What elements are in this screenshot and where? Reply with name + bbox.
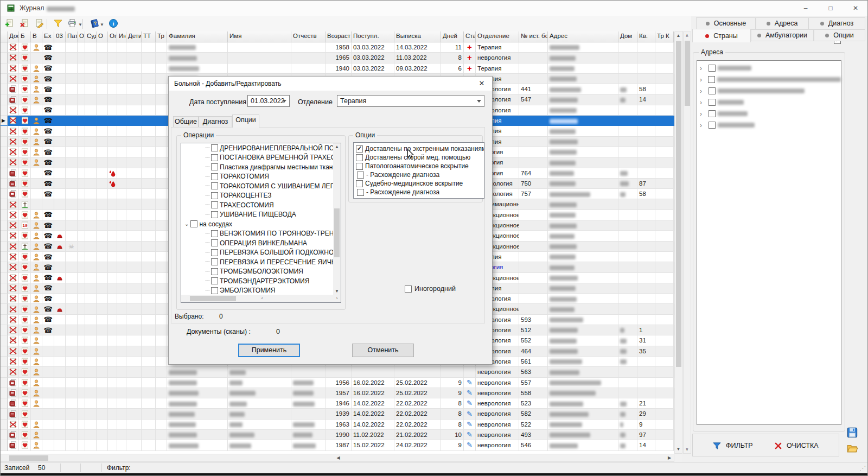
- table-row[interactable]: ☎196503.03.202211.03.20228+неврология: [0, 53, 674, 63]
- operation-checkbox[interactable]: [211, 287, 218, 294]
- country-tree-item[interactable]: ›: [697, 62, 841, 74]
- nonresident-checkbox-row[interactable]: Иногородний: [405, 285, 456, 293]
- country-tree-item[interactable]: ›: [697, 74, 841, 85]
- table-row[interactable]: 198715.02.202224.02.20229✎неврология5461…: [0, 440, 674, 450]
- operations-horizontal-scrollbar[interactable]: ‹ ›: [181, 295, 341, 302]
- country-tree-item[interactable]: ›: [697, 85, 841, 97]
- edit-record-button[interactable]: [34, 18, 46, 29]
- country-checkbox[interactable]: [709, 65, 716, 72]
- add-record-button[interactable]: [3, 18, 15, 29]
- close-button[interactable]: ✕: [843, 0, 868, 16]
- apply-button[interactable]: Применить: [238, 344, 300, 357]
- maximize-button[interactable]: □: [818, 0, 843, 16]
- column-header-ot2[interactable]: Отделение: [476, 31, 519, 42]
- column-header-o2[interactable]: О: [97, 31, 108, 42]
- option-row[interactable]: - Расхождение диагноза: [354, 170, 484, 179]
- operation-tree-item[interactable]: ТРОМБЭМБОЛОЭКТОМИЯ: [181, 267, 341, 277]
- option-checkbox[interactable]: [357, 172, 364, 179]
- operation-checkbox[interactable]: [211, 144, 218, 151]
- option-checkbox[interactable]: [356, 154, 363, 161]
- option-row[interactable]: Судебно-медицинское вскрытие: [354, 179, 484, 188]
- column-header-num[interactable]: № ист. бол: [519, 31, 548, 42]
- operation-checkbox[interactable]: [211, 182, 218, 189]
- country-checkbox[interactable]: [709, 122, 716, 129]
- table-row[interactable]: 193914.02.202222.02.20228✎неврология5822…: [0, 409, 674, 419]
- column-header-inv[interactable]: Инв: [117, 31, 126, 42]
- column-header-dom[interactable]: Дом: [618, 31, 637, 42]
- print-button[interactable]: [66, 18, 78, 29]
- dialog-tab-1[interactable]: Общие: [173, 116, 199, 128]
- panel-tab-амбулатории[interactable]: Амбулатории: [751, 29, 814, 41]
- column-header-st[interactable]: Ста: [464, 31, 476, 42]
- table-row[interactable]: 194614.02.202222.02.20228✎неврология5232…: [0, 398, 674, 409]
- tree-expand-icon[interactable]: ›: [700, 65, 709, 72]
- operation-checkbox[interactable]: [211, 192, 218, 199]
- panel-vertical-scrollbar[interactable]: ∧ ∨: [683, 31, 691, 454]
- column-header-marker[interactable]: [0, 31, 8, 42]
- operation-tree-item[interactable]: ТРАХЕОСТОМИЯ: [181, 200, 341, 210]
- tree-expand-icon[interactable]: ›: [700, 76, 708, 84]
- column-header-b[interactable]: Б: [19, 31, 31, 42]
- option-row[interactable]: Доставлены скорой мед. помощью: [354, 153, 484, 162]
- option-checkbox[interactable]: [356, 180, 363, 187]
- dialog-close-icon[interactable]: ✕: [476, 79, 488, 88]
- country-tree-item[interactable]: ›: [697, 97, 841, 108]
- operation-checkbox[interactable]: [211, 173, 218, 180]
- column-header-po[interactable]: Поступл.: [352, 31, 394, 42]
- operation-checkbox[interactable]: [211, 230, 218, 237]
- column-header-voz[interactable]: Возраст: [326, 31, 352, 42]
- operation-checkbox[interactable]: [211, 258, 218, 265]
- operations-vertical-scrollbar[interactable]: ▲ ▼: [333, 143, 341, 295]
- country-checkbox[interactable]: [709, 87, 716, 94]
- table-row[interactable]: ☎195803.03.202214.03.202211+Терапия: [0, 42, 674, 53]
- dropdown-arrow-icon[interactable]: ▼: [100, 22, 104, 27]
- operation-checkbox[interactable]: [211, 211, 218, 218]
- panel-tab-страны[interactable]: Страны: [692, 29, 751, 42]
- filter-button[interactable]: ФИЛЬТР: [712, 439, 753, 453]
- operation-tree-item[interactable]: ДРЕНИРОВАНИЕПЛЕВРАЛЬНОЙ ПОЛОСТИ: [181, 143, 341, 153]
- resize-grip[interactable]: ⋰: [859, 465, 866, 472]
- operation-checkbox[interactable]: [211, 268, 218, 275]
- department-combobox[interactable]: Терапия: [337, 95, 484, 107]
- column-header-o3[interactable]: 03: [54, 31, 66, 42]
- operation-tree-item[interactable]: УШИВАНИЕ ПИЩЕВОДА: [181, 210, 341, 220]
- table-row[interactable]: 195716.02.202225.02.20229✎неврология558: [0, 388, 674, 398]
- column-header-dn[interactable]: Дней: [441, 31, 464, 42]
- panel-tab-диагноз[interactable]: Диагноз: [808, 17, 865, 29]
- country-checkbox[interactable]: [709, 99, 716, 106]
- operation-checkbox[interactable]: [211, 277, 218, 284]
- table-row[interactable]: 195616.02.202225.02.20229✎неврология557: [0, 378, 674, 388]
- nonresident-checkbox[interactable]: [405, 285, 412, 293]
- column-header-im[interactable]: Имя: [228, 31, 291, 42]
- country-checkbox[interactable]: [709, 110, 716, 117]
- table-row[interactable]: ☎194003.03.202209.03.20226+Терапия: [0, 64, 674, 74]
- operation-tree-item[interactable]: ТРОМБЭНДАРТЕРЭКТОМИЯ: [181, 276, 341, 286]
- operation-checkbox[interactable]: [211, 154, 218, 161]
- column-header-fam[interactable]: Фамилия: [167, 31, 228, 42]
- column-header-sud[interactable]: Суд: [85, 31, 97, 42]
- column-header-kv[interactable]: Кв.: [637, 31, 655, 42]
- column-header-deti[interactable]: Дети: [126, 31, 142, 42]
- dropdown-arrow-icon[interactable]: ▼: [78, 22, 82, 27]
- operation-checkbox[interactable]: [211, 239, 218, 246]
- country-checkbox[interactable]: [708, 76, 715, 83]
- table-row[interactable]: неврология563: [0, 367, 674, 377]
- column-header-dos[interactable]: Дос: [8, 31, 19, 42]
- tree-expand-icon[interactable]: ›: [700, 110, 709, 118]
- reference-book-button[interactable]: ?: [89, 18, 101, 29]
- option-checkbox[interactable]: [356, 163, 363, 170]
- operation-checkbox[interactable]: [211, 163, 218, 170]
- operation-checkbox[interactable]: [211, 201, 218, 208]
- clear-button[interactable]: ОЧИСТКА: [774, 439, 819, 453]
- option-row[interactable]: - Расхождение диагноза: [354, 188, 484, 196]
- country-tree-item[interactable]: ›: [697, 108, 841, 119]
- operation-tree-item[interactable]: ТОРАКОТОМИЯ: [181, 172, 341, 182]
- column-header-vy[interactable]: Выписка: [394, 31, 441, 42]
- tree-expand-icon[interactable]: ⌄: [184, 221, 189, 227]
- operation-tree-item[interactable]: ⌄на сосудах: [181, 219, 341, 229]
- column-header-tr[interactable]: Тр: [156, 31, 167, 42]
- save-layout-button[interactable]: [844, 425, 860, 440]
- column-header-ex[interactable]: Ех: [42, 31, 54, 42]
- country-tree-item[interactable]: ›: [697, 119, 841, 131]
- admission-date-combobox[interactable]: 01.03.2022: [247, 95, 290, 107]
